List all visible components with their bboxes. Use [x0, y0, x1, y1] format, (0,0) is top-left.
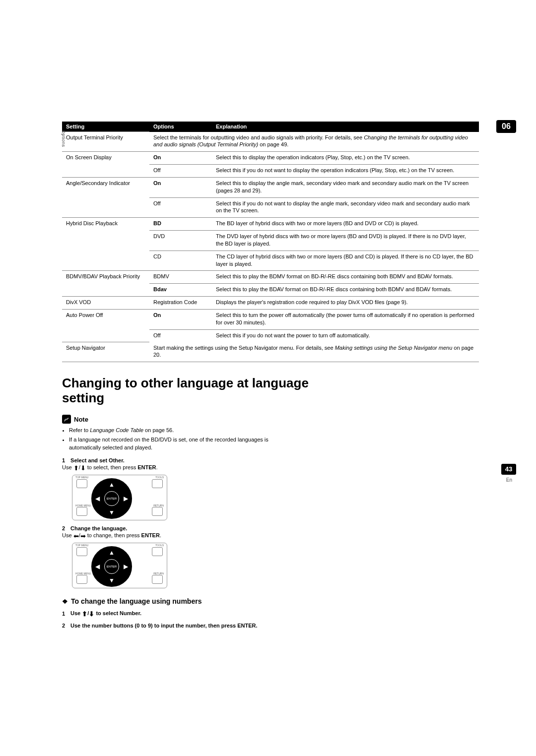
left-arrow-icon: ◀ [95, 495, 100, 502]
cell-setting: DivX VOD [62, 297, 149, 310]
remote-button [76, 479, 87, 488]
cell-option: On [149, 152, 212, 165]
table-row: Bdav Select this to play the BDAV format… [62, 284, 479, 297]
cell-option: Off [149, 329, 212, 342]
cell-explanation: Select this to play the BDMV format on B… [212, 271, 479, 284]
cell-explanation: Select this to display the operation ind… [212, 152, 479, 165]
remote-button [152, 547, 163, 556]
table-row: Off Select this if you do not want to di… [62, 197, 479, 218]
cell-explanation: Displays the player's registration code … [212, 297, 479, 310]
manual-page: 06 Options Setting Options Explanation O… [0, 0, 536, 669]
table-row: Off Select this if you do not want the p… [62, 329, 479, 342]
cell-setting [62, 251, 149, 271]
cell-explanation: The CD layer of hybrid discs with two or… [212, 251, 479, 271]
enter-button: ENTER [104, 559, 119, 574]
cell-explanation: Select this to turn the power off automa… [212, 310, 479, 330]
up-arrow-icon: ▲ [109, 549, 115, 556]
table-row: Hybrid Disc Playback BD The BD layer of … [62, 218, 479, 231]
chapter-number-badge: 06 [496, 120, 516, 133]
step-heading: 2 Change the language. [62, 525, 479, 531]
table-row: DVD The DVD layer of hybrid discs with t… [62, 231, 479, 251]
cell-option: CD [149, 251, 212, 271]
table-header-row: Setting Options Explanation [62, 122, 479, 132]
cell-setting [62, 197, 149, 218]
remote-button [76, 547, 87, 556]
remote-button [152, 507, 163, 516]
cell-explanation: Select this to play the BDAV format on B… [212, 284, 479, 297]
settings-table: Setting Options Explanation Output Termi… [62, 122, 479, 362]
remote-button [152, 479, 163, 488]
cell-setting: Angle/Secondary Indicator [62, 177, 149, 197]
cell-setting: Auto Power Off [62, 310, 149, 330]
table-row: Setup Navigator Start making the setting… [62, 342, 479, 362]
step-heading: 1 Use ⬆/⬇ to select Number. [62, 610, 479, 618]
right-arrow-icon: ➡ [80, 532, 86, 540]
cell-option: On [149, 310, 212, 330]
left-arrow-icon: ◀ [95, 563, 100, 570]
cell-setting: Hybrid Disc Playback [62, 218, 149, 231]
cell-option: Off [149, 197, 212, 218]
note-header: Note [62, 415, 479, 424]
table-row: Off Select this if you do not want to di… [62, 165, 479, 178]
cell-explanation: Start making the settings using the Setu… [149, 342, 479, 362]
cell-setting [62, 231, 149, 251]
cell-option: On [149, 177, 212, 197]
left-arrow-icon: ⬅ [73, 532, 79, 540]
cell-setting [62, 329, 149, 342]
table-row: Angle/Secondary Indicator On Select this… [62, 177, 479, 197]
remote-button [152, 575, 163, 584]
down-arrow-icon: ▼ [109, 509, 115, 516]
list-item: Refer to Language Code Table on page 56. [69, 427, 298, 434]
table-row: DivX VOD Registration Code Displays the … [62, 297, 479, 310]
remote-illustration: TOP MENU TOOLS HOME MENU RETURN ▲ ▼ ◀ ▶ … [72, 543, 167, 588]
table-row: CD The CD layer of hybrid discs with two… [62, 251, 479, 271]
table-row: Auto Power Off On Select this to turn th… [62, 310, 479, 330]
table-row: BDMV/BDAV Playback Priority BDMV Select … [62, 271, 479, 284]
remote-button [76, 575, 87, 584]
cell-setting [62, 284, 149, 297]
step-description: Use ⬆/⬇ to select, then press ENTER. [62, 464, 479, 472]
cell-explanation: Select this if you do not want to displa… [212, 165, 479, 178]
cell-explanation: Select this to display the angle mark, s… [212, 177, 479, 197]
down-arrow-icon: ⬇ [89, 610, 94, 618]
note-list: Refer to Language Code Table on page 56.… [62, 427, 298, 451]
cell-option: Bdav [149, 284, 212, 297]
step-heading: 1 Select and set Other. [62, 457, 479, 463]
cell-option: BDMV [149, 271, 212, 284]
cell-setting: Setup Navigator [62, 342, 149, 362]
up-arrow-icon: ⬆ [82, 610, 87, 618]
remote-dpad: ▲ ▼ ◀ ▶ ENTER [91, 546, 132, 587]
remote-dpad: ▲ ▼ ◀ ▶ ENTER [91, 478, 132, 519]
table-row: On Screen Display On Select this to disp… [62, 152, 479, 165]
cell-option: Off [149, 165, 212, 178]
cell-explanation: Select this if you do not want to displa… [212, 197, 479, 218]
right-arrow-icon: ▶ [124, 563, 128, 570]
remote-label-tools: TOOLS [155, 544, 164, 547]
enter-button: ENTER [104, 491, 119, 506]
right-arrow-icon: ▶ [124, 495, 128, 502]
col-options: Options [149, 122, 212, 132]
cell-option: BD [149, 218, 212, 231]
step-heading: 2 Use the number buttons (0 to 9) to inp… [62, 623, 291, 629]
remote-label-tools: TOOLS [155, 476, 164, 479]
remote-label-top-menu: TOP MENU [75, 544, 88, 547]
cell-explanation: The BD layer of hybrid discs with two or… [212, 218, 479, 231]
col-setting: Setting [62, 122, 149, 132]
sub-heading: ❖To change the language using numbers [62, 597, 479, 605]
remote-illustration: TOP MENU TOOLS HOME MENU RETURN ▲ ▼ ◀ ▶ … [72, 475, 167, 520]
down-arrow-icon: ⬇ [80, 464, 86, 472]
cell-explanation: The DVD layer of hybrid discs with two o… [212, 231, 479, 251]
side-tab-options: Options [61, 130, 66, 147]
cell-explanation: Select the terminals for outputting vide… [149, 132, 479, 152]
down-arrow-icon: ▼ [109, 577, 115, 584]
up-arrow-icon: ⬆ [73, 464, 79, 472]
cell-explanation: Select this if you do not want the power… [212, 329, 479, 342]
cell-setting: On Screen Display [62, 152, 149, 165]
note-icon [62, 415, 71, 424]
remote-button [76, 507, 87, 516]
page-language-label: En [506, 477, 512, 483]
cell-setting: Output Terminal Priority [62, 132, 149, 152]
table-row: Output Terminal Priority Select the term… [62, 132, 479, 152]
step-description: Use ⬅/➡ to change, then press ENTER. [62, 532, 479, 540]
cell-option: DVD [149, 231, 212, 251]
